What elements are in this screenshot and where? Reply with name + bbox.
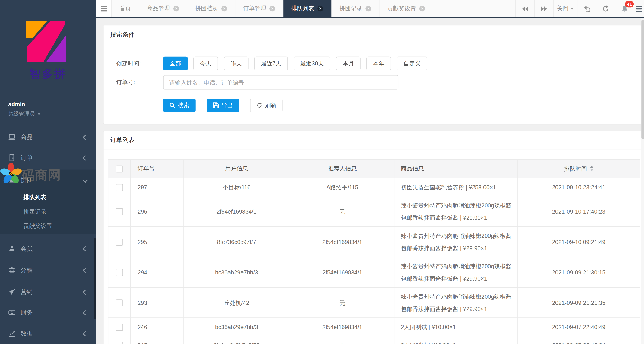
product-info-cell: 辣小酱贵州特产鸡肉脆哨油辣椒200g辣椒酱包邮香辣拌面酱拌饭酱 | ¥29.90…	[395, 257, 517, 287]
sidebar-item-goods[interactable]: 商品	[0, 127, 96, 148]
user-role-dropdown[interactable]: 超级管理员	[8, 110, 41, 117]
row-checkbox[interactable]	[116, 324, 123, 331]
table-row[interactable]: 296 2f54ef169834/1 无 辣小酱贵州特产鸡肉脆哨油辣椒200g辣…	[108, 196, 640, 227]
row-select-cell	[108, 257, 130, 287]
order-search-input[interactable]	[163, 75, 398, 90]
table-row[interactable]: 297 小目标/116 A路绍平/115 初臣氏益生菌驼乳营养粉 | ¥258.…	[108, 178, 640, 196]
sidebar-item-data[interactable]: 数据	[0, 323, 96, 344]
chevron-down-icon	[570, 8, 574, 11]
search-button[interactable]: 搜索	[163, 98, 196, 112]
tabbar-underline	[96, 17, 644, 18]
date-filter-30days[interactable]: 最近30天	[294, 57, 330, 70]
refresh-list-button[interactable]: 刷新	[250, 98, 283, 112]
date-filter-month[interactable]: 本月	[336, 57, 361, 70]
users-icon	[8, 267, 16, 274]
double-right-arrow-icon	[540, 6, 548, 12]
sub-item-label: 排队列表	[23, 194, 46, 201]
group-icon	[8, 176, 16, 184]
row-checkbox[interactable]	[116, 342, 123, 344]
table-row[interactable]: 246 bc36ab29e7bb/3 2f54ef169834/1 2人团测试 …	[108, 318, 640, 336]
date-filter-custom[interactable]: 自定义	[397, 57, 428, 70]
table-row[interactable]: 245 9b4aa6c0b7c3/50 无 2人团测试 | ¥10.00×1 2…	[108, 336, 640, 344]
close-icon[interactable]: ×	[222, 6, 227, 12]
row-checkbox[interactable]	[116, 269, 123, 276]
col-queue-time[interactable]: 排队时间	[517, 160, 640, 178]
date-filter-today[interactable]: 今天	[194, 57, 218, 70]
sidebar-subitem-group-records[interactable]: 拼团记录	[0, 204, 96, 219]
save-icon	[213, 102, 219, 108]
page-scrollbar[interactable]	[641, 18, 644, 344]
tab-label: 订单管理	[243, 5, 266, 12]
actions-row: 搜索 导出 刷新	[104, 98, 641, 112]
edge-panel-toggle-icon[interactable]	[634, 0, 644, 17]
table-row[interactable]: 295 8fc736c0c97f/7 2f54ef169834/1 辣小酱贵州特…	[108, 226, 640, 257]
select-all-checkbox[interactable]	[116, 166, 123, 173]
tab-label: 贡献奖设置	[388, 5, 416, 12]
sort-icon[interactable]	[590, 165, 594, 173]
close-icon[interactable]: ×	[173, 6, 179, 12]
date-filter-all[interactable]: 全部	[163, 57, 188, 70]
table-row[interactable]: 294 bc36ab29e7bb/3 2f54ef169834/1 辣小酱贵州特…	[108, 257, 640, 287]
export-button[interactable]: 导出	[206, 98, 239, 112]
close-icon[interactable]: ×	[318, 6, 323, 12]
page-scrollbar-thumb[interactable]	[641, 20, 644, 139]
sidebar-subitem-queue-list[interactable]: 排队列表	[0, 190, 96, 205]
referrer-info-cell: 2f54ef169834/1	[290, 226, 395, 257]
export-button-label: 导出	[222, 102, 233, 109]
chart-line-icon	[8, 330, 16, 337]
row-checkbox[interactable]	[116, 184, 123, 191]
date-filter-7days[interactable]: 最近7天	[254, 57, 288, 70]
order-no-label: 订单号:	[104, 79, 163, 86]
tab-goods-manage[interactable]: 商品管理×	[139, 0, 187, 17]
date-filter-yesterday[interactable]: 昨天	[224, 57, 248, 70]
col-product-info: 商品信息	[395, 160, 517, 178]
chevron-left-icon	[82, 246, 88, 251]
chevron-down-icon	[82, 177, 88, 182]
order-no-row: 订单号:	[104, 75, 641, 90]
product-info-cell: 2人团测试 | ¥10.00×1	[395, 336, 517, 344]
scroll-tabs-left-button[interactable]	[516, 0, 534, 17]
sidebar-item-distribution[interactable]: 分销	[0, 260, 96, 281]
user-info-cell: 8fc736c0c97f/7	[184, 226, 290, 257]
close-icon[interactable]: ×	[270, 6, 275, 12]
search-icon	[169, 102, 176, 108]
back-button[interactable]	[577, 0, 596, 17]
close-tabs-dropdown[interactable]: 关闭	[553, 0, 577, 17]
sidebar-item-orders[interactable]: 订单	[0, 148, 96, 168]
order-no-cell: 246	[130, 318, 184, 336]
col-user-info: 用户信息	[184, 160, 290, 178]
table-row[interactable]: 293 丘处机/42 无 辣小酱贵州特产鸡肉脆哨油辣椒200g辣椒酱包邮香辣拌面…	[108, 287, 640, 318]
sidebar-item-finance[interactable]: 财务	[0, 302, 96, 323]
sidebar-item-label: 订单	[20, 154, 33, 162]
tab-order-manage[interactable]: 订单管理×	[235, 0, 283, 17]
tab-group-level[interactable]: 拼团档次×	[187, 0, 235, 17]
order-table: 订单号 用户信息 推荐人信息 商品信息 排队时间 297 小目标/116 A路绍…	[108, 160, 640, 344]
row-select-cell	[108, 318, 130, 336]
close-icon[interactable]: ×	[420, 6, 425, 12]
col-referrer-info: 推荐人信息	[290, 160, 395, 178]
hamburger-menu-icon[interactable]	[96, 0, 112, 17]
created-time-label: 创建时间:	[104, 60, 163, 67]
row-checkbox[interactable]	[116, 300, 123, 307]
date-filter-year[interactable]: 本年	[366, 57, 391, 70]
tab-home[interactable]: 首页	[112, 0, 139, 17]
row-checkbox[interactable]	[116, 239, 123, 246]
chevron-left-icon	[82, 268, 88, 273]
refresh-page-button[interactable]	[596, 0, 615, 17]
sidebar-item-marketing[interactable]: 营销	[0, 282, 96, 302]
tab-contribution-settings[interactable]: 贡献奖设置×	[380, 0, 433, 17]
chevron-left-icon	[82, 331, 88, 336]
tab-group-records[interactable]: 拼团记录×	[332, 0, 380, 17]
sidebar-item-pintuan[interactable]: 拼团	[0, 170, 96, 190]
user-role-label: 超级管理员	[8, 110, 35, 117]
chevron-left-icon	[82, 134, 88, 140]
scroll-tabs-right-button[interactable]	[534, 0, 553, 17]
tab-queue-list[interactable]: 排队列表×	[283, 0, 332, 17]
paper-plane-icon	[8, 288, 16, 296]
sidebar-item-members[interactable]: 会员	[0, 238, 96, 259]
sidebar-subitem-contribution-settings[interactable]: 贡献奖设置	[0, 219, 96, 233]
row-checkbox[interactable]	[116, 208, 123, 216]
close-icon[interactable]: ×	[366, 6, 371, 12]
notifications-button[interactable]: 41	[615, 0, 634, 17]
sidebar-scrollbar[interactable]	[94, 238, 96, 319]
